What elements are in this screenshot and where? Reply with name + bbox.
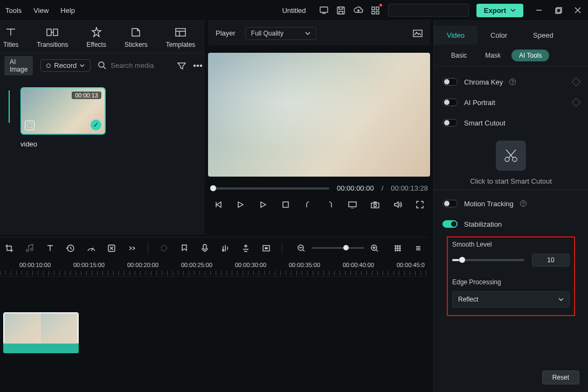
tab-titles[interactable]: Titles (3, 26, 18, 48)
more-tools-icon[interactable] (127, 243, 137, 253)
edge-processing-select[interactable]: Reflect (452, 291, 570, 307)
keyframe-icon[interactable] (572, 98, 581, 107)
menu-view[interactable]: View (33, 6, 49, 15)
account-box[interactable] (388, 4, 469, 17)
menu-help[interactable]: Help (60, 6, 75, 15)
timeline-clip[interactable] (3, 312, 79, 353)
settings-icon[interactable] (413, 243, 423, 253)
keyframe-tool-icon[interactable] (159, 243, 169, 253)
subtab-mask[interactable]: Mask (478, 50, 508, 61)
time-separator: / (382, 184, 384, 192)
search-input[interactable] (110, 61, 170, 69)
tab-stickers[interactable]: Stickers (124, 26, 148, 48)
search-media[interactable] (98, 61, 170, 69)
record-button[interactable]: Record (40, 59, 91, 72)
text-icon[interactable] (45, 243, 55, 253)
tab-templates-label: Templates (166, 41, 196, 48)
asset-tabs: Titles Transitions Effects Stickers Temp… (0, 20, 205, 53)
filter-icon[interactable] (177, 61, 186, 71)
stabilization-toggle[interactable] (442, 220, 458, 228)
history-icon[interactable] (66, 243, 75, 253)
edge-processing-value: Reflect (458, 296, 478, 303)
mic-icon[interactable] (200, 243, 210, 253)
timeline-panel: 00:00:10:00 00:00:15:00 00:00:20:00 00:0… (0, 235, 427, 392)
zoom-slider[interactable] (312, 247, 364, 249)
svg-point-39 (399, 250, 400, 251)
timeline-tracks[interactable] (0, 277, 427, 359)
fullscreen-icon[interactable] (415, 200, 425, 209)
zoom-out-icon[interactable] (296, 243, 306, 253)
stop-icon[interactable] (281, 200, 290, 209)
more-icon[interactable] (193, 61, 202, 71)
snapshot-icon[interactable] (413, 29, 423, 38)
zoom-handle[interactable] (343, 245, 349, 250)
svg-point-20 (374, 204, 377, 207)
timeline-ruler[interactable]: 00:00:10:00 00:00:15:00 00:00:20:00 00:0… (0, 258, 427, 277)
zoom-in-icon[interactable] (370, 243, 379, 253)
frame-icon[interactable] (261, 243, 271, 253)
clip-thumbnail[interactable]: 00:00:13 ✓ (20, 87, 106, 135)
stabilization-settings-highlight: Smooth Level 10 Edge Processing Reflect (447, 236, 575, 316)
menu-tools[interactable]: Tools (5, 6, 22, 15)
volume-icon[interactable] (393, 200, 403, 209)
color-icon[interactable] (107, 243, 116, 253)
close-icon[interactable] (573, 5, 583, 15)
display-icon[interactable] (319, 5, 329, 15)
keyframe-icon[interactable] (572, 78, 581, 87)
ai-portrait-toggle[interactable] (442, 99, 458, 106)
scrub-handle[interactable] (210, 185, 216, 191)
speed-icon[interactable] (86, 243, 96, 253)
track-view-icon[interactable] (393, 243, 403, 253)
play2-icon[interactable] (258, 200, 268, 209)
marker-icon[interactable] (179, 243, 189, 253)
export-button[interactable]: Export (476, 4, 523, 17)
prev-frame-icon[interactable] (213, 200, 223, 209)
scrub-bar[interactable] (210, 187, 329, 190)
smart-cutout-toggle[interactable] (442, 119, 458, 127)
camera-icon[interactable] (370, 200, 380, 209)
magnetic-icon[interactable] (241, 243, 251, 253)
player-header: Player Full Quality (208, 20, 430, 45)
tab-transitions[interactable]: Transitions (37, 26, 68, 48)
media-clip[interactable]: 00:00:13 ✓ video (20, 87, 107, 148)
save-icon[interactable] (336, 5, 346, 15)
motion-tracking-toggle[interactable] (442, 200, 458, 207)
svg-rect-4 (372, 11, 375, 14)
titles-icon (4, 26, 17, 39)
quality-select[interactable]: Full Quality (245, 27, 316, 40)
minimize-icon[interactable] (534, 5, 544, 15)
video-preview[interactable] (208, 53, 430, 177)
music-icon[interactable] (25, 243, 34, 253)
mark-in-icon[interactable] (303, 200, 313, 209)
subtab-basic[interactable]: Basic (444, 50, 474, 61)
smooth-level-slider[interactable]: 10 (452, 254, 570, 267)
tab-speed[interactable]: Speed (520, 26, 566, 45)
help-icon[interactable]: ? (520, 200, 527, 207)
crop-icon[interactable] (4, 243, 14, 253)
ai-image-button[interactable]: AI Image (4, 56, 33, 75)
audio-sync-icon[interactable] (220, 243, 230, 253)
chroma-key-toggle[interactable] (442, 78, 458, 86)
edge-processing-label: Edge Processing (452, 278, 570, 286)
svg-point-36 (399, 248, 400, 249)
svg-point-13 (197, 65, 199, 66)
slider-handle[interactable] (459, 257, 465, 263)
record-icon (46, 64, 51, 68)
subtab-ai-tools[interactable]: AI Tools (511, 50, 549, 61)
reset-button[interactable]: Reset (542, 370, 579, 384)
tab-templates[interactable]: Templates (166, 26, 196, 48)
smart-cutout-launcher[interactable]: Click to start Smart Cutout (442, 141, 579, 185)
cloud-upload-icon[interactable] (354, 5, 363, 15)
help-icon[interactable]: ? (509, 79, 516, 85)
tab-color[interactable]: Color (478, 26, 520, 45)
restore-icon[interactable] (554, 5, 563, 15)
tab-video[interactable]: Video (434, 26, 478, 45)
smooth-level-value[interactable]: 10 (532, 254, 570, 267)
tab-effects[interactable]: Effects (86, 26, 106, 48)
apps-icon[interactable] (371, 5, 381, 15)
ruler-label: 00:00:25:00 (181, 262, 212, 268)
tab-transitions-label: Transitions (37, 41, 68, 48)
play-icon[interactable] (236, 200, 246, 209)
display-mode-icon[interactable] (348, 200, 358, 209)
mark-out-icon[interactable] (326, 200, 335, 209)
